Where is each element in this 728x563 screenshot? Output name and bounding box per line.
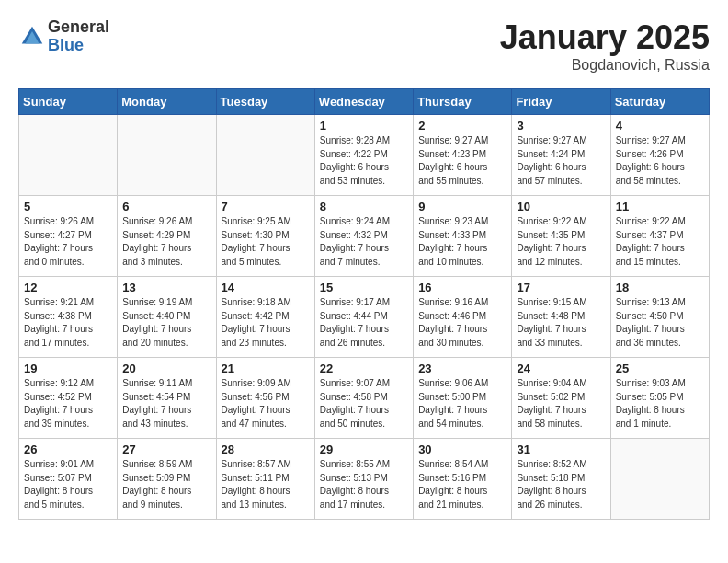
day-info: Sunrise: 9:01 AM Sunset: 5:07 PM Dayligh…: [24, 458, 112, 511]
calendar-cell: [216, 115, 314, 196]
weekday-header-saturday: Saturday: [610, 89, 709, 115]
day-info: Sunrise: 8:52 AM Sunset: 5:18 PM Dayligh…: [517, 458, 605, 511]
logo-general-text: General: [48, 18, 109, 37]
day-number: 5: [24, 200, 112, 213]
logo-blue-text: Blue: [48, 37, 109, 55]
day-number: 3: [517, 119, 605, 132]
day-info: Sunrise: 9:22 AM Sunset: 4:37 PM Dayligh…: [616, 215, 704, 269]
week-row-1: 1Sunrise: 9:28 AM Sunset: 4:22 PM Daylig…: [19, 115, 710, 196]
day-number: 29: [320, 442, 408, 456]
day-number: 12: [24, 281, 112, 294]
calendar-cell: 12Sunrise: 9:21 AM Sunset: 4:38 PM Dayli…: [19, 277, 118, 358]
day-info: Sunrise: 8:55 AM Sunset: 5:13 PM Dayligh…: [320, 458, 408, 511]
calendar-cell: [610, 439, 709, 520]
day-info: Sunrise: 9:19 AM Sunset: 4:40 PM Dayligh…: [122, 296, 210, 350]
day-number: 24: [517, 362, 605, 375]
calendar-cell: 26Sunrise: 9:01 AM Sunset: 5:07 PM Dayli…: [19, 439, 118, 520]
calendar-cell: 6Sunrise: 9:26 AM Sunset: 4:29 PM Daylig…: [118, 196, 216, 277]
calendar-cell: [118, 115, 216, 196]
calendar-cell: 4Sunrise: 9:27 AM Sunset: 4:26 PM Daylig…: [610, 115, 709, 196]
day-info: Sunrise: 9:26 AM Sunset: 4:27 PM Dayligh…: [24, 215, 112, 269]
day-info: Sunrise: 9:18 AM Sunset: 4:42 PM Dayligh…: [222, 296, 310, 350]
day-number: 1: [320, 119, 408, 132]
day-number: 2: [418, 119, 506, 132]
day-info: Sunrise: 8:59 AM Sunset: 5:09 PM Dayligh…: [122, 458, 210, 511]
calendar-cell: [19, 115, 118, 196]
day-info: Sunrise: 9:09 AM Sunset: 4:56 PM Dayligh…: [222, 377, 310, 431]
calendar-cell: 31Sunrise: 8:52 AM Sunset: 5:18 PM Dayli…: [512, 439, 610, 520]
calendar-cell: 11Sunrise: 9:22 AM Sunset: 4:37 PM Dayli…: [610, 196, 709, 277]
calendar-cell: 24Sunrise: 9:04 AM Sunset: 5:02 PM Dayli…: [512, 358, 610, 439]
calendar-cell: 5Sunrise: 9:26 AM Sunset: 4:27 PM Daylig…: [19, 196, 118, 277]
day-number: 10: [517, 200, 605, 213]
day-number: 28: [222, 442, 310, 456]
calendar-cell: 13Sunrise: 9:19 AM Sunset: 4:40 PM Dayli…: [118, 277, 216, 358]
logo: General Blue: [18, 18, 109, 55]
calendar-cell: 3Sunrise: 9:27 AM Sunset: 4:24 PM Daylig…: [512, 115, 610, 196]
day-info: Sunrise: 9:04 AM Sunset: 5:02 PM Dayligh…: [517, 377, 605, 431]
weekday-header-sunday: Sunday: [19, 89, 118, 115]
day-number: 27: [122, 442, 210, 456]
day-info: Sunrise: 9:07 AM Sunset: 4:58 PM Dayligh…: [320, 377, 408, 431]
calendar-cell: 22Sunrise: 9:07 AM Sunset: 4:58 PM Dayli…: [314, 358, 413, 439]
day-number: 8: [320, 200, 408, 213]
day-number: 9: [418, 200, 506, 213]
weekday-header-monday: Monday: [118, 89, 216, 115]
calendar-cell: 20Sunrise: 9:11 AM Sunset: 4:54 PM Dayli…: [118, 358, 216, 439]
day-number: 18: [616, 281, 704, 294]
calendar-cell: 1Sunrise: 9:28 AM Sunset: 4:22 PM Daylig…: [314, 115, 413, 196]
calendar-table: SundayMondayTuesdayWednesdayThursdayFrid…: [18, 88, 710, 520]
day-info: Sunrise: 9:23 AM Sunset: 4:33 PM Dayligh…: [418, 215, 506, 269]
calendar-cell: 28Sunrise: 8:57 AM Sunset: 5:11 PM Dayli…: [216, 439, 314, 520]
day-number: 7: [222, 200, 310, 213]
day-number: 15: [320, 281, 408, 294]
weekday-header-tuesday: Tuesday: [216, 89, 314, 115]
week-row-2: 5Sunrise: 9:26 AM Sunset: 4:27 PM Daylig…: [19, 196, 710, 277]
day-info: Sunrise: 9:28 AM Sunset: 4:22 PM Dayligh…: [320, 134, 408, 188]
calendar-cell: 17Sunrise: 9:15 AM Sunset: 4:48 PM Dayli…: [512, 277, 610, 358]
location: Bogdanovich, Russia: [500, 57, 710, 74]
day-number: 13: [122, 281, 210, 294]
weekday-header-wednesday: Wednesday: [314, 89, 413, 115]
calendar-cell: 10Sunrise: 9:22 AM Sunset: 4:35 PM Dayli…: [512, 196, 610, 277]
day-info: Sunrise: 9:03 AM Sunset: 5:05 PM Dayligh…: [616, 377, 704, 431]
calendar-cell: 15Sunrise: 9:17 AM Sunset: 4:44 PM Dayli…: [314, 277, 413, 358]
day-info: Sunrise: 8:54 AM Sunset: 5:16 PM Dayligh…: [418, 458, 506, 511]
calendar-cell: 21Sunrise: 9:09 AM Sunset: 4:56 PM Dayli…: [216, 358, 314, 439]
logo-icon: [18, 23, 46, 51]
day-number: 30: [418, 442, 506, 456]
day-info: Sunrise: 9:27 AM Sunset: 4:26 PM Dayligh…: [616, 134, 704, 188]
title-block: January 2025 Bogdanovich, Russia: [500, 18, 710, 74]
day-number: 20: [122, 362, 210, 375]
calendar-cell: 25Sunrise: 9:03 AM Sunset: 5:05 PM Dayli…: [610, 358, 709, 439]
day-info: Sunrise: 9:17 AM Sunset: 4:44 PM Dayligh…: [320, 296, 408, 350]
calendar-cell: 7Sunrise: 9:25 AM Sunset: 4:30 PM Daylig…: [216, 196, 314, 277]
calendar-cell: 29Sunrise: 8:55 AM Sunset: 5:13 PM Dayli…: [314, 439, 413, 520]
day-number: 16: [418, 281, 506, 294]
day-number: 31: [517, 442, 605, 456]
day-number: 4: [616, 119, 704, 132]
calendar-cell: 9Sunrise: 9:23 AM Sunset: 4:33 PM Daylig…: [414, 196, 512, 277]
day-info: Sunrise: 9:13 AM Sunset: 4:50 PM Dayligh…: [616, 296, 704, 350]
day-number: 6: [122, 200, 210, 213]
day-info: Sunrise: 9:25 AM Sunset: 4:30 PM Dayligh…: [222, 215, 310, 269]
day-number: 22: [320, 362, 408, 375]
day-info: Sunrise: 9:27 AM Sunset: 4:23 PM Dayligh…: [418, 134, 506, 188]
day-info: Sunrise: 9:21 AM Sunset: 4:38 PM Dayligh…: [24, 296, 112, 350]
week-row-4: 19Sunrise: 9:12 AM Sunset: 4:52 PM Dayli…: [19, 358, 710, 439]
day-number: 21: [222, 362, 310, 375]
day-info: Sunrise: 9:12 AM Sunset: 4:52 PM Dayligh…: [24, 377, 112, 431]
calendar-cell: 14Sunrise: 9:18 AM Sunset: 4:42 PM Dayli…: [216, 277, 314, 358]
calendar-cell: 8Sunrise: 9:24 AM Sunset: 4:32 PM Daylig…: [314, 196, 413, 277]
day-info: Sunrise: 9:22 AM Sunset: 4:35 PM Dayligh…: [517, 215, 605, 269]
calendar-cell: 30Sunrise: 8:54 AM Sunset: 5:16 PM Dayli…: [414, 439, 512, 520]
week-row-5: 26Sunrise: 9:01 AM Sunset: 5:07 PM Dayli…: [19, 439, 710, 520]
day-number: 23: [418, 362, 506, 375]
day-info: Sunrise: 9:06 AM Sunset: 5:00 PM Dayligh…: [418, 377, 506, 431]
day-number: 19: [24, 362, 112, 375]
day-number: 26: [24, 442, 112, 456]
day-info: Sunrise: 9:15 AM Sunset: 4:48 PM Dayligh…: [517, 296, 605, 350]
month-title: January 2025: [500, 18, 710, 57]
day-info: Sunrise: 8:57 AM Sunset: 5:11 PM Dayligh…: [222, 458, 310, 511]
weekday-header-thursday: Thursday: [414, 89, 512, 115]
